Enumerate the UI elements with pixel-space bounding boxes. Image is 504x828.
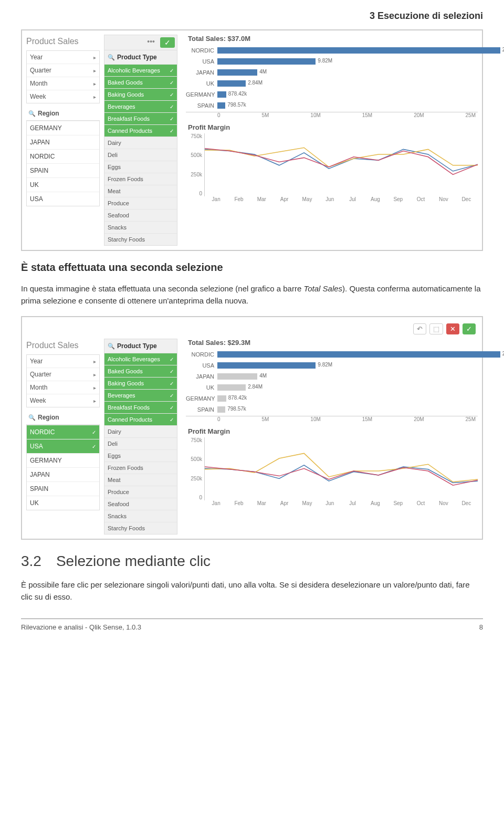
product-type-item[interactable]: Baked Goods✓: [104, 76, 177, 88]
bar-row[interactable]: USA9.82M: [186, 361, 478, 370]
profit-margin-chart[interactable]: 750k500k250k0: [186, 133, 478, 196]
region-item[interactable]: UK: [27, 177, 99, 192]
product-type-header[interactable]: 🔍Product Type: [104, 50, 177, 64]
check-icon: ✓: [170, 80, 174, 86]
region-item[interactable]: GERMANY: [27, 121, 99, 135]
product-type-item[interactable]: Snacks: [104, 221, 177, 233]
product-type-item[interactable]: Starchy Foods: [104, 522, 177, 534]
region-header[interactable]: 🔍Region: [26, 107, 100, 120]
bar-row[interactable]: USA9.82M: [186, 57, 478, 66]
search-icon: 🔍: [108, 54, 115, 61]
region-item[interactable]: NORDIC✓: [27, 425, 99, 439]
bar-row[interactable]: SPAIN798.57k: [186, 405, 478, 414]
dimension-item[interactable]: Quarter▸: [27, 368, 99, 381]
product-type-item[interactable]: Breakfast Foods✓: [104, 401, 177, 413]
profit-margin-chart[interactable]: 750k500k250k0: [186, 437, 478, 500]
product-type-item[interactable]: Eggs: [104, 161, 177, 173]
product-type-header[interactable]: 🔍Product Type: [104, 339, 177, 353]
product-type-item[interactable]: Beverages✓: [104, 100, 177, 112]
dashboard-panel-2: ↶ ⬚ ✕ ✓ Product Sales Year▸Quarter▸Month…: [21, 316, 483, 540]
check-icon: ✓: [170, 128, 174, 134]
product-type-item[interactable]: Canned Products✓: [104, 124, 177, 137]
chevron-right-icon: ▸: [93, 359, 96, 364]
dimension-item[interactable]: Week▸: [27, 90, 99, 103]
product-type-item[interactable]: Frozen Foods: [104, 173, 177, 185]
section-title: Selezione mediante clic: [56, 553, 211, 570]
product-type-item[interactable]: Seafood: [104, 498, 177, 510]
section-number: 3.2: [21, 553, 41, 570]
product-type-item[interactable]: Snacks: [104, 510, 177, 522]
chevron-right-icon: ▸: [93, 94, 96, 100]
chevron-right-icon: ▸: [93, 81, 96, 87]
product-type-item[interactable]: Baking Goods✓: [104, 377, 177, 389]
product-type-item[interactable]: Meat: [104, 185, 177, 197]
bar-row[interactable]: UK2.84M: [186, 79, 478, 88]
product-type-item[interactable]: Dairy: [104, 137, 177, 149]
region-header[interactable]: 🔍Region: [26, 411, 100, 424]
product-type-item[interactable]: Dairy: [104, 425, 177, 437]
region-item[interactable]: USA✓: [27, 439, 99, 453]
product-type-item[interactable]: Baking Goods✓: [104, 88, 177, 100]
dimension-item[interactable]: Year▸: [27, 355, 99, 368]
check-icon: ✓: [92, 444, 96, 449]
region-item[interactable]: GERMANY: [27, 453, 99, 467]
subheading: È stata effettuata una seconda selezione: [21, 261, 483, 274]
product-type-item[interactable]: Produce: [104, 486, 177, 498]
region-item[interactable]: SPAIN: [27, 163, 99, 177]
chevron-right-icon: ▸: [93, 385, 96, 391]
dimension-item[interactable]: Year▸: [27, 51, 99, 64]
region-item[interactable]: NORDIC: [27, 149, 99, 163]
more-icon[interactable]: •••: [144, 37, 158, 48]
bar-row[interactable]: NORDIC28.24M: [186, 46, 478, 55]
dimension-item[interactable]: Quarter▸: [27, 64, 99, 77]
product-type-item[interactable]: Frozen Foods: [104, 462, 177, 474]
product-type-item[interactable]: Meat: [104, 474, 177, 486]
product-type-item[interactable]: Eggs: [104, 449, 177, 462]
product-type-item[interactable]: Starchy Foods: [104, 233, 177, 245]
breadcrumb: 3 Esecuzione di selezioni: [21, 0, 483, 29]
paragraph-1: In questa immagine è stata effettuata un…: [21, 283, 483, 307]
product-type-item[interactable]: Alcoholic Beverages✓: [104, 64, 177, 76]
dashboard-panel-1: Product Sales Year▸Quarter▸Month▸Week▸ 🔍…: [21, 29, 483, 251]
bar-row[interactable]: JAPAN4M: [186, 68, 478, 77]
product-type-item[interactable]: Seafood: [104, 209, 177, 221]
lasso-icon[interactable]: ⬚: [429, 323, 443, 334]
product-type-label: Product Type: [117, 342, 157, 350]
undo-icon[interactable]: ↶: [413, 323, 426, 334]
product-type-item[interactable]: Beverages✓: [104, 389, 177, 401]
confirm-button[interactable]: ✓: [160, 37, 175, 48]
bar-row[interactable]: NORDIC28.24M: [186, 350, 478, 359]
check-icon: ✓: [170, 104, 174, 110]
check-icon: ✓: [170, 92, 174, 98]
region-item[interactable]: USA: [27, 192, 99, 206]
dimension-item[interactable]: Week▸: [27, 394, 99, 407]
chevron-right-icon: ▸: [93, 68, 96, 74]
check-icon: ✓: [170, 381, 174, 386]
panel-title: Product Sales: [26, 339, 100, 354]
region-item[interactable]: JAPAN: [27, 467, 99, 481]
bar-row[interactable]: GERMANY878.42k: [186, 90, 478, 99]
dimension-item[interactable]: Month▸: [27, 77, 99, 90]
bar-row[interactable]: GERMANY878.42k: [186, 394, 478, 403]
profit-margin-title: Profit Margin: [186, 118, 478, 133]
region-item[interactable]: UK: [27, 496, 99, 510]
bar-row[interactable]: JAPAN4M: [186, 372, 478, 381]
region-item[interactable]: SPAIN: [27, 481, 99, 496]
product-type-item[interactable]: Deli: [104, 437, 177, 449]
product-type-item[interactable]: Breakfast Foods✓: [104, 112, 177, 124]
confirm-button[interactable]: ✓: [463, 323, 476, 334]
bar-row[interactable]: SPAIN798.57k: [186, 101, 478, 110]
bar-row[interactable]: UK2.84M: [186, 383, 478, 392]
check-icon: ✓: [170, 116, 174, 122]
product-type-item[interactable]: Canned Products✓: [104, 413, 177, 425]
cancel-button[interactable]: ✕: [446, 323, 459, 334]
product-type-item[interactable]: Alcoholic Beverages✓: [104, 353, 177, 365]
dimension-item[interactable]: Month▸: [27, 381, 99, 394]
region-item[interactable]: JAPAN: [27, 135, 99, 149]
search-icon: 🔍: [28, 110, 36, 117]
search-icon: 🔍: [108, 343, 115, 350]
product-type-item[interactable]: Baked Goods✓: [104, 365, 177, 377]
product-type-item[interactable]: Produce: [104, 197, 177, 209]
search-icon: 🔍: [28, 414, 36, 421]
product-type-item[interactable]: Deli: [104, 149, 177, 161]
